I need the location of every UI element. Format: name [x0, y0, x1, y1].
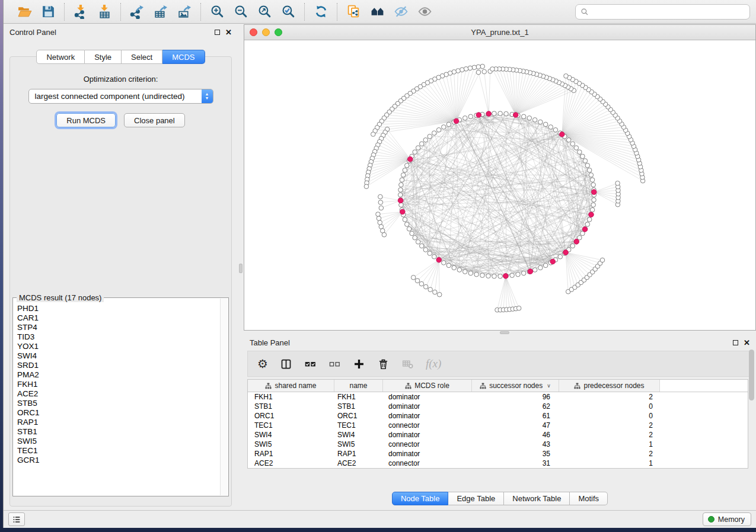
network-node[interactable] [468, 66, 473, 70]
network-node[interactable] [382, 232, 387, 237]
network-node[interactable] [570, 142, 575, 146]
vertical-split-divider[interactable] [238, 24, 244, 510]
tab-style[interactable]: Style [85, 50, 122, 64]
criterion-select[interactable]: largest connected component (undirected)… [28, 89, 213, 104]
result-item[interactable]: STB1 [14, 427, 220, 437]
network-node[interactable] [476, 70, 481, 75]
export-table-button[interactable] [151, 2, 171, 21]
network-window-titlebar[interactable]: YPA_prune.txt_1 [244, 25, 755, 40]
network-node[interactable] [558, 255, 563, 259]
dominator-node[interactable] [528, 269, 533, 274]
network-node[interactable] [521, 114, 526, 119]
column-header-MCDS-role[interactable]: MCDS role [383, 380, 472, 392]
table-scrollbar-thumb[interactable] [749, 350, 754, 400]
memory-button[interactable]: Memory [703, 512, 751, 526]
network-node[interactable] [399, 182, 404, 187]
window-close-icon[interactable] [250, 28, 257, 36]
result-item[interactable]: CAR1 [14, 313, 220, 323]
dominator-node[interactable] [407, 156, 413, 162]
float-panel-icon[interactable] [733, 340, 738, 345]
network-node[interactable] [462, 270, 467, 274]
network-node[interactable] [486, 274, 491, 278]
table-row[interactable]: STB1STB1dominator620 [248, 402, 748, 411]
network-node[interactable] [580, 154, 585, 159]
close-panel-icon[interactable]: ✕ [225, 30, 232, 35]
table-row[interactable]: TEC1TEC1connector472 [248, 421, 748, 430]
network-node[interactable] [413, 150, 417, 155]
network-node[interactable] [490, 67, 495, 72]
dominator-node[interactable] [550, 259, 556, 264]
network-node[interactable] [416, 146, 420, 150]
search-input[interactable] [592, 7, 745, 16]
network-node[interactable] [398, 193, 403, 197]
network-node[interactable] [378, 194, 383, 199]
network-node[interactable] [543, 263, 548, 268]
result-item[interactable]: ACE2 [14, 389, 220, 399]
result-item[interactable]: YOX1 [14, 342, 220, 351]
network-node[interactable] [600, 258, 605, 262]
table-row[interactable]: FKH1FKH1dominator962 [248, 392, 748, 402]
window-minimize-icon[interactable] [262, 28, 270, 36]
import-table-button[interactable] [94, 2, 114, 21]
network-node[interactable] [472, 65, 477, 70]
dominator-node[interactable] [591, 190, 596, 195]
network-node[interactable] [378, 220, 382, 225]
tab-network[interactable]: Network [36, 50, 85, 64]
dominator-node[interactable] [436, 257, 442, 262]
network-node[interactable] [428, 134, 432, 139]
network-node[interactable] [585, 163, 590, 168]
divider-handle[interactable] [239, 264, 243, 273]
network-node[interactable] [564, 73, 569, 78]
task-history-button[interactable] [8, 512, 25, 526]
network-node[interactable] [404, 163, 409, 168]
refresh-button[interactable] [311, 2, 331, 21]
dominator-node[interactable] [486, 111, 492, 117]
dominator-node[interactable] [513, 113, 518, 118]
network-node[interactable] [553, 127, 558, 132]
network-node[interactable] [538, 265, 543, 270]
open-session-button[interactable] [14, 2, 34, 21]
network-node[interactable] [410, 231, 414, 236]
network-node[interactable] [436, 127, 441, 132]
network-node[interactable] [416, 240, 420, 245]
network-node[interactable] [474, 272, 479, 277]
network-node[interactable] [468, 271, 473, 275]
network-node[interactable] [480, 273, 485, 278]
network-node[interactable] [590, 178, 595, 182]
network-node[interactable] [428, 287, 433, 292]
network-node[interactable] [400, 178, 404, 182]
network-node[interactable] [403, 168, 407, 173]
tab-motifs[interactable]: Motifs [570, 492, 608, 505]
horizontal-split-divider[interactable] [244, 331, 756, 335]
result-item[interactable]: SWI5 [14, 437, 220, 446]
network-node[interactable] [516, 306, 521, 310]
node-table[interactable]: shared namenameMCDS rolesuccessor nodes∨… [247, 379, 748, 469]
result-item[interactable]: FKH1 [14, 380, 220, 389]
network-node[interactable] [411, 275, 416, 280]
network-node[interactable] [432, 131, 436, 136]
dominator-node[interactable] [582, 227, 588, 232]
tab-edge-table[interactable]: Edge Table [448, 492, 504, 505]
network-node[interactable] [423, 248, 428, 252]
import-network-button[interactable] [71, 2, 91, 21]
dominator-node[interactable] [559, 132, 564, 137]
result-item[interactable]: TID3 [14, 332, 220, 342]
network-node[interactable] [423, 284, 428, 289]
network-node[interactable] [446, 263, 451, 268]
result-item[interactable]: STB5 [14, 399, 220, 408]
result-item[interactable]: SWI4 [14, 351, 220, 361]
network-node[interactable] [587, 168, 592, 173]
network-node[interactable] [462, 116, 467, 120]
close-panel-button[interactable]: Close panel [124, 113, 185, 127]
network-node[interactable] [379, 206, 384, 210]
network-node[interactable] [516, 272, 521, 277]
network-node[interactable] [510, 273, 515, 278]
network-node[interactable] [504, 111, 509, 116]
tab-node-table[interactable]: Node Table [392, 492, 449, 505]
network-node[interactable] [437, 292, 442, 297]
network-node[interactable] [532, 268, 537, 273]
network-node[interactable] [591, 182, 596, 187]
network-node[interactable] [464, 67, 468, 72]
network-node[interactable] [548, 125, 553, 130]
network-node[interactable] [376, 212, 381, 217]
